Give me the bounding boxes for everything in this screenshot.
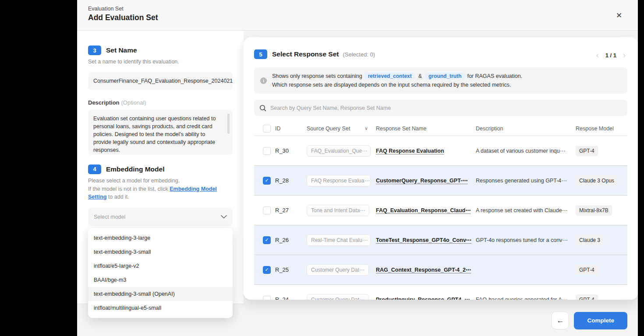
source-query-set-tag: FAQ_Evaluation_Que⋯ — [307, 145, 371, 157]
back-button[interactable]: ← — [551, 312, 569, 329]
description-value: Evaluation set containing user questions… — [93, 116, 216, 153]
complete-button[interactable]: Complete — [574, 312, 627, 329]
table-row[interactable]: ✓ R_26 Real-Time Chat Evalu⋯ ToneTest_Re… — [254, 225, 627, 255]
table-row[interactable]: ✓ R_28 FAQ Response Evalua⋯ CustomerQuer… — [254, 166, 627, 196]
table-row[interactable]: ✓ R_30 FAQ_Evaluation_Que⋯ FAQ Response … — [254, 136, 627, 166]
description-textarea[interactable]: Evaluation set containing user questions… — [88, 110, 233, 155]
column-header-name: Response Set Name — [376, 126, 476, 132]
row-checkbox[interactable]: ✓ — [263, 206, 271, 214]
select-response-set-title: Select Response Set — [272, 50, 339, 58]
row-checkbox[interactable]: ✓ — [263, 266, 271, 274]
column-header-model: Respose Model — [576, 126, 627, 132]
prev-page-icon[interactable]: ‹ — [596, 51, 599, 59]
response-model-tag: GPT-4 — [576, 265, 598, 275]
dropdown-option[interactable]: text-embedding-3-large — [88, 231, 233, 245]
pagination: ‹ 1 / 1 › — [596, 51, 626, 59]
source-query-set-tag: FAQ Response Evalua⋯ — [307, 175, 371, 186]
row-checkbox[interactable]: ✓ — [263, 236, 271, 244]
row-description: FAQ-based queries generated for A⋯ — [476, 296, 576, 300]
select-all-checkbox[interactable]: ✓ — [263, 125, 271, 133]
dropdown-option[interactable]: intfloat/e5-large-v2 — [88, 259, 233, 273]
table-row[interactable]: ✓ R_25 Customer Query Dat⋯ RAG_Context_R… — [254, 255, 627, 285]
table-header-row: ✓ ID Source Query Set ∨ Response Set Nam… — [254, 121, 627, 136]
row-id: R_24 — [275, 296, 307, 300]
row-id: R_26 — [275, 237, 307, 243]
description-label: Description(Optional) — [88, 99, 233, 106]
page-title: Add Evaluation Set — [88, 13, 638, 22]
row-checkbox[interactable]: ✓ — [263, 147, 271, 155]
column-header-source: Source Query Set — [307, 126, 350, 132]
close-icon[interactable]: ✕ — [614, 10, 624, 20]
response-model-tag: GPT-4 — [576, 294, 598, 300]
row-id: R_27 — [275, 207, 307, 214]
schema-info-text: Shows only response sets containingretri… — [272, 72, 522, 89]
table-row[interactable]: ✓ R_24 Customer Query Dat⋯ ProductInquir… — [254, 285, 627, 300]
step-number-badge: 4 — [88, 164, 101, 174]
response-model-tag: GPT-4 — [576, 146, 598, 156]
check-icon: ✓ — [265, 178, 269, 183]
response-set-table: ✓ ID Source Query Set ∨ Response Set Nam… — [254, 121, 627, 300]
model-select[interactable]: Select model — [88, 208, 233, 226]
set-name-title: Set Name — [106, 46, 137, 54]
modal-header: Evaluation Set Add Evaluation Set ✕ — [77, 0, 638, 31]
step-set-name-header: 3 Set Name — [88, 46, 233, 55]
row-description: A response set created with Claude⋯ — [476, 207, 576, 214]
row-checkbox[interactable]: ✓ — [263, 177, 271, 185]
footer-actions: ← Complete — [551, 312, 627, 329]
response-set-name-link[interactable]: RAG_Context_Response_GPT-4_2⋯ — [376, 266, 476, 273]
row-description: A dataset of various customer inqu⋯ — [476, 147, 576, 154]
dropdown-option[interactable]: text-embedding-3-small — [88, 245, 233, 259]
response-set-name-link[interactable]: FAQ Response Evaluation — [376, 148, 476, 154]
source-filter-chevron-icon[interactable]: ∨ — [364, 126, 368, 131]
row-description: GPT-4o responses tuned for a conv⋯ — [476, 237, 576, 243]
breadcrumb: Evaluation Set — [88, 6, 638, 12]
row-id: R_28 — [275, 177, 307, 184]
set-name-value: ConsumerFinance_FAQ_Evaluation_Response_… — [93, 78, 233, 84]
response-set-name-link[interactable]: FAQ_Evaluation_Response_Claud⋯ — [376, 207, 476, 214]
textarea-scrollbar[interactable] — [227, 114, 230, 134]
model-dropdown: text-embedding-3-large text-embedding-3-… — [88, 228, 233, 318]
retrieved-context-badge: retrieved_context — [364, 73, 415, 80]
set-name-input[interactable]: ConsumerFinance_FAQ_Evaluation_Response_… — [88, 72, 233, 90]
next-page-icon[interactable]: › — [623, 51, 626, 59]
schema-info-box: i Shows only response sets containingret… — [254, 67, 627, 94]
search-placeholder: Search by Query Set Name, Response Set N… — [270, 105, 391, 111]
search-icon — [259, 105, 266, 112]
row-id: R_30 — [275, 147, 307, 154]
search-input[interactable]: Search by Query Set Name, Response Set N… — [254, 100, 627, 116]
page-indicator: 1 / 1 — [605, 52, 616, 59]
response-set-name-link[interactable]: ProductInquiry_Response_GPT4_⋯ — [376, 296, 476, 300]
source-query-set-tag: Customer Query Dat⋯ — [307, 264, 369, 276]
model-select-wrap: Select model text-embedding-3-large text… — [88, 208, 233, 226]
arrow-left-icon: ← — [556, 316, 564, 325]
response-model-tag: Mixtral-8x7B — [576, 205, 612, 216]
source-query-set-tag: Tone and Intent Data⋯ — [307, 205, 369, 216]
info-icon: i — [260, 77, 267, 84]
embedding-model-title: Embedding Model — [106, 165, 164, 173]
row-id: R_25 — [275, 266, 307, 273]
model-select-placeholder: Select model — [94, 214, 125, 220]
response-set-name-link[interactable]: CustomerQuery_Response_GPT-⋯ — [376, 177, 476, 184]
dropdown-option[interactable]: text-embedding-3-small (OpenAI) — [88, 287, 233, 301]
step-embedding-header: 4 Embedding Model — [88, 164, 233, 174]
ground-truth-badge: ground_truth — [425, 73, 465, 80]
row-checkbox[interactable]: ✓ — [263, 296, 271, 300]
source-query-set-tag: Real-Time Chat Evalu⋯ — [307, 234, 371, 246]
select-response-set-card: 5 Select Response Set (Selected: 0) ‹ 1 … — [244, 37, 638, 300]
left-panel: 3 Set Name Set a name to identify this e… — [77, 31, 244, 304]
response-set-name-link[interactable]: ToneTest_Response_GPT4o_Conv⋯ — [376, 237, 476, 243]
chevron-down-icon — [221, 215, 227, 219]
table-row[interactable]: ✓ R_27 Tone and Intent Data⋯ FAQ_Evaluat… — [254, 196, 627, 225]
column-header-description: Description — [476, 126, 576, 132]
source-query-set-tag: Customer Query Dat⋯ — [307, 294, 369, 300]
response-model-tag: Claude 3 Opus — [576, 175, 618, 186]
response-set-header: 5 Select Response Set (Selected: 0) — [254, 49, 627, 59]
add-evaluation-set-modal: Evaluation Set Add Evaluation Set ✕ 3 Se… — [77, 0, 638, 336]
selected-count: (Selected: 0) — [343, 51, 375, 58]
dropdown-option[interactable]: intfloat/multilingual-e5-small — [88, 301, 233, 315]
row-description: Responses generated using GPT-4⋯ — [476, 177, 576, 184]
column-header-id: ID — [275, 126, 307, 132]
dropdown-option[interactable]: BAAI/bge-m3 — [88, 273, 233, 287]
embedding-model-subtitle: Please select a model for embedding. If … — [88, 177, 233, 201]
set-name-subtitle: Set a name to identify this evaluation. — [88, 58, 233, 66]
